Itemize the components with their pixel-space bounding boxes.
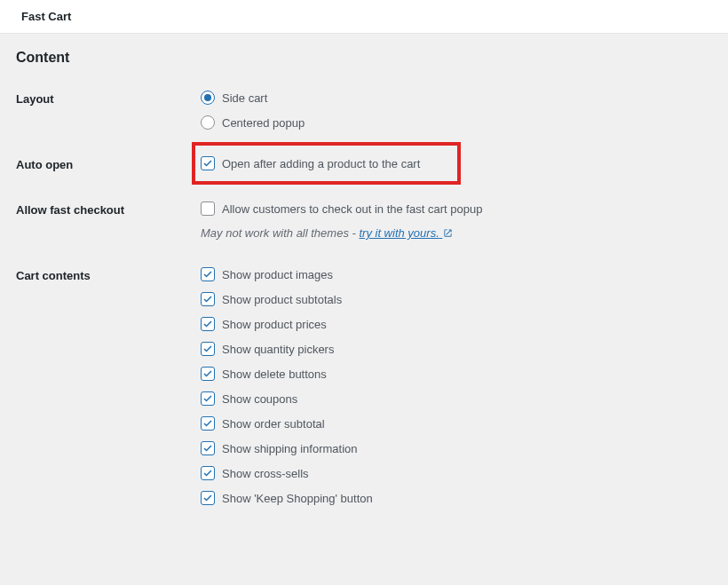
- fast-checkout-help: May not work with all themes - try it wi…: [201, 226, 712, 241]
- option-cart-contents-7[interactable]: Show shipping information: [201, 441, 712, 455]
- checkbox-label-cart-contents-5: Show coupons: [222, 392, 297, 406]
- check-icon: [202, 269, 213, 280]
- checkbox-cart-contents-9[interactable]: [201, 491, 215, 505]
- checkbox-label-cart-contents-8: Show cross-sells: [222, 467, 309, 480]
- checkbox-fast-checkout[interactable]: [201, 202, 215, 216]
- check-icon: [202, 443, 213, 454]
- checkbox-cart-contents-0[interactable]: [201, 267, 215, 281]
- checkbox-cart-contents-1[interactable]: [201, 292, 215, 306]
- section-title: Content: [16, 50, 712, 66]
- controls-layout: Side cart Centered popup: [201, 91, 712, 130]
- external-link-icon: [443, 227, 453, 241]
- row-layout: Layout Side cart Centered popup: [16, 91, 712, 130]
- option-auto-open[interactable]: Open after adding a product to the cart: [201, 156, 420, 170]
- option-cart-contents-2[interactable]: Show product prices: [201, 317, 712, 331]
- option-fast-checkout[interactable]: Allow customers to check out in the fast…: [201, 202, 712, 216]
- checkbox-cart-contents-7[interactable]: [201, 441, 215, 455]
- check-icon: [202, 158, 213, 169]
- checkbox-label-cart-contents-7: Show shipping information: [222, 442, 357, 455]
- check-icon: [202, 294, 213, 304]
- highlight-auto-open: Open after adding a product to the cart: [192, 142, 461, 185]
- content-area: Content Layout Side cart Centered popup …: [0, 34, 728, 548]
- checkbox-label-cart-contents-1: Show product subtotals: [222, 293, 342, 306]
- option-cart-contents-1[interactable]: Show product subtotals: [201, 292, 712, 306]
- check-icon: [202, 418, 213, 429]
- checkbox-label-cart-contents-2: Show product prices: [222, 318, 327, 331]
- option-cart-contents-3[interactable]: Show quantity pickers: [201, 342, 712, 356]
- check-icon: [202, 468, 213, 478]
- option-cart-contents-0[interactable]: Show product images: [201, 267, 712, 281]
- help-link-text: try it with yours.: [359, 226, 439, 240]
- check-icon: [202, 493, 213, 503]
- option-cart-contents-6[interactable]: Show order subtotal: [201, 416, 712, 431]
- help-link-try[interactable]: try it with yours.: [359, 226, 453, 240]
- header-bar: Fast Cart: [0, 0, 728, 34]
- header-title: Fast Cart: [21, 10, 707, 23]
- row-auto-open: Auto open Open after adding a product to…: [16, 156, 712, 171]
- check-icon: [202, 393, 213, 404]
- check-icon: [202, 368, 213, 379]
- label-auto-open: Auto open: [16, 156, 201, 171]
- controls-auto-open: Open after adding a product to the cart: [201, 156, 712, 171]
- option-cart-contents-9[interactable]: Show 'Keep Shopping' button: [201, 491, 712, 505]
- checkbox-cart-contents-2[interactable]: [201, 317, 215, 331]
- option-cart-contents-4[interactable]: Show delete buttons: [201, 367, 712, 381]
- label-layout: Layout: [16, 91, 201, 106]
- help-prefix: May not work with all themes -: [201, 226, 359, 240]
- checkbox-cart-contents-3[interactable]: [201, 342, 215, 356]
- checkbox-label-cart-contents-3: Show quantity pickers: [222, 343, 334, 356]
- checkbox-label-auto-open: Open after adding a product to the cart: [222, 157, 420, 170]
- checkbox-label-cart-contents-9: Show 'Keep Shopping' button: [222, 492, 373, 505]
- row-cart-contents: Cart contents Show product imagesShow pr…: [16, 267, 712, 505]
- option-cart-contents-8[interactable]: Show cross-sells: [201, 466, 712, 480]
- option-centered-popup[interactable]: Centered popup: [201, 115, 712, 130]
- controls-cart-contents: Show product imagesShow product subtotal…: [201, 267, 712, 505]
- check-icon: [202, 319, 213, 329]
- controls-fast-checkout: Allow customers to check out in the fast…: [201, 202, 712, 241]
- label-fast-checkout: Allow fast checkout: [16, 202, 201, 217]
- radio-label-centered-popup: Centered popup: [222, 116, 305, 130]
- label-cart-contents: Cart contents: [16, 267, 201, 282]
- checkbox-label-cart-contents-6: Show order subtotal: [222, 417, 325, 431]
- radio-label-side-cart: Side cart: [222, 91, 267, 105]
- checkbox-label-cart-contents-0: Show product images: [222, 268, 333, 281]
- checkbox-auto-open[interactable]: [201, 156, 215, 170]
- checkbox-label-cart-contents-4: Show delete buttons: [222, 368, 327, 381]
- radio-side-cart[interactable]: [201, 91, 215, 105]
- checkbox-label-fast-checkout: Allow customers to check out in the fast…: [222, 202, 482, 216]
- radio-centered-popup[interactable]: [201, 115, 215, 130]
- checkbox-cart-contents-5[interactable]: [201, 391, 215, 406]
- checkbox-cart-contents-4[interactable]: [201, 367, 215, 381]
- row-fast-checkout: Allow fast checkout Allow customers to c…: [16, 202, 712, 241]
- option-cart-contents-5[interactable]: Show coupons: [201, 391, 712, 406]
- check-icon: [202, 344, 213, 354]
- option-side-cart[interactable]: Side cart: [201, 91, 712, 105]
- checkbox-cart-contents-6[interactable]: [201, 416, 215, 431]
- checkbox-cart-contents-8[interactable]: [201, 466, 215, 480]
